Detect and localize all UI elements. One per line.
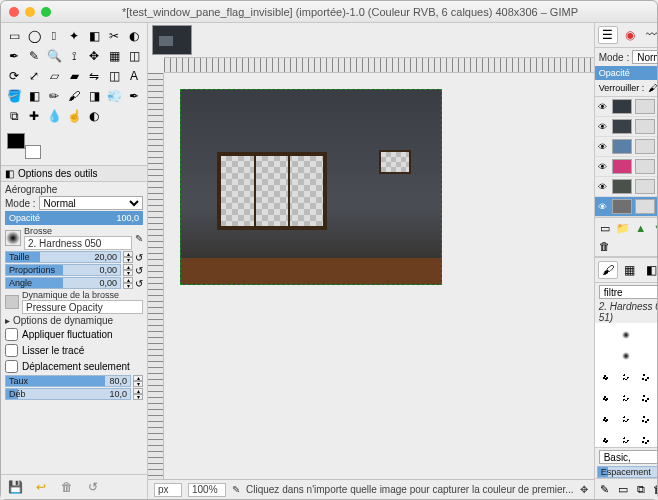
layer-opacity-slider[interactable]: Opacité 100,0	[595, 66, 657, 80]
gradients-tab-icon[interactable]: ◧	[642, 261, 657, 279]
motion-only-checkbox[interactable]: Déplacement seulement	[5, 359, 143, 374]
cage-icon[interactable]: ◫	[105, 67, 123, 85]
brush-preset-select[interactable]: Basic,	[599, 450, 657, 464]
fg-bg-colors[interactable]	[5, 131, 45, 161]
brush-swatch[interactable]	[597, 346, 616, 366]
crop-icon[interactable]: ◫	[125, 47, 143, 65]
rate-stepper[interactable]: ▴▾	[133, 375, 143, 387]
canvas-viewport[interactable]	[164, 73, 594, 479]
minimize-icon[interactable]	[25, 7, 35, 17]
dynamics-field[interactable]: Pressure Opacity	[22, 300, 143, 314]
brush-swatch[interactable]	[637, 388, 656, 408]
layer-row[interactable]: 👁 OBJECT	[595, 157, 657, 177]
size-slider[interactable]: Taille 20,00	[5, 251, 121, 263]
brushes-tab-icon[interactable]: 🖌	[598, 261, 618, 279]
reset-options-icon[interactable]: ↺	[85, 479, 101, 495]
reset-aspect-icon[interactable]: ↺	[135, 265, 143, 276]
jitter-checkbox[interactable]: Appliquer fluctuation	[5, 327, 143, 342]
lower-layer-icon[interactable]: ▼	[652, 221, 657, 235]
eye-icon[interactable]: 👁	[597, 202, 609, 212]
brush-name-field[interactable]: 2. Hardness 050	[24, 236, 132, 250]
duplicate-brush-icon[interactable]: ⧉	[634, 482, 648, 496]
eye-icon[interactable]: 👁	[597, 122, 609, 132]
eye-icon[interactable]: 👁	[597, 142, 609, 152]
brush-swatch[interactable]	[597, 325, 616, 345]
brush-swatch[interactable]	[637, 346, 656, 366]
new-brush-icon[interactable]: ▭	[616, 482, 630, 496]
pencil-icon[interactable]: ✏	[45, 87, 63, 105]
shear-icon[interactable]: ▱	[45, 67, 63, 85]
layer-row[interactable]: 👁 ZBUFFER	[595, 197, 657, 217]
reset-angle-icon[interactable]: ↺	[135, 278, 143, 289]
blend-icon[interactable]: ◧	[25, 87, 43, 105]
rate-slider[interactable]: Taux 80,0	[5, 375, 131, 387]
save-options-icon[interactable]: 💾	[7, 479, 23, 495]
brush-swatch[interactable]	[617, 430, 636, 447]
raise-layer-icon[interactable]: ▲	[634, 221, 648, 235]
measure-icon[interactable]: ⟟	[65, 47, 83, 65]
layers-tab-icon[interactable]: ☰	[598, 26, 618, 44]
new-group-icon[interactable]: 📁	[616, 221, 630, 235]
brush-swatch[interactable]	[637, 367, 656, 387]
lock-pixels-icon[interactable]: 🖌	[648, 83, 657, 93]
eye-icon[interactable]: 👁	[597, 162, 609, 172]
delete-options-icon[interactable]: 🗑	[59, 479, 75, 495]
bg-color-swatch[interactable]	[25, 145, 41, 159]
flow-stepper[interactable]: ▴▾	[133, 388, 143, 400]
by-color-icon[interactable]: ◧	[85, 27, 103, 45]
eye-icon[interactable]: 👁	[597, 102, 609, 112]
navigation-icon[interactable]: ✥	[580, 484, 588, 495]
eraser-icon[interactable]: ◨	[85, 87, 103, 105]
smooth-checkbox[interactable]: Lisser le tracé	[5, 343, 143, 358]
foreground-select-icon[interactable]: ◐	[125, 27, 143, 45]
scissors-icon[interactable]: ✂	[105, 27, 123, 45]
rect-select-icon[interactable]: ▭	[5, 27, 23, 45]
ink-icon[interactable]: ✒	[125, 87, 143, 105]
rotate-icon[interactable]: ⟳	[5, 67, 23, 85]
flow-slider[interactable]: Déb 10,0	[5, 388, 131, 400]
brush-swatch[interactable]	[597, 430, 616, 447]
config-icon[interactable]: ◧	[5, 168, 14, 179]
image-canvas[interactable]	[180, 89, 442, 285]
aspect-stepper[interactable]: ▴▾	[123, 264, 133, 276]
close-icon[interactable]	[9, 7, 19, 17]
text-icon[interactable]: A	[125, 67, 143, 85]
paths-icon[interactable]: ✒	[5, 47, 23, 65]
flip-icon[interactable]: ⇋	[85, 67, 103, 85]
maximize-icon[interactable]	[41, 7, 51, 17]
brush-swatch[interactable]	[637, 430, 656, 447]
fg-color-swatch[interactable]	[7, 133, 25, 149]
delete-brush-icon[interactable]: 🗑	[652, 482, 657, 496]
brush-swatch[interactable]	[617, 409, 636, 429]
edit-brush-icon[interactable]: ✎	[598, 482, 612, 496]
ruler-horizontal[interactable]	[164, 57, 594, 73]
new-layer-icon[interactable]: ▭	[598, 221, 612, 235]
bucket-icon[interactable]: 🪣	[5, 87, 23, 105]
brush-swatch[interactable]	[617, 367, 636, 387]
brush-swatch[interactable]	[637, 409, 656, 429]
reset-size-icon[interactable]: ↺	[135, 252, 143, 263]
free-select-icon[interactable]: 𓏲	[45, 27, 63, 45]
aspect-slider[interactable]: Proportions 0,00	[5, 264, 121, 276]
perspective-icon[interactable]: ▰	[65, 67, 83, 85]
dynamics-options-expander[interactable]: ▸ Options de dynamique	[5, 315, 143, 326]
dynamics-icon[interactable]	[5, 295, 19, 309]
fuzzy-select-icon[interactable]: ✦	[65, 27, 83, 45]
brush-grid[interactable]	[595, 323, 657, 447]
ellipse-select-icon[interactable]: ◯	[25, 27, 43, 45]
align-icon[interactable]: ▦	[105, 47, 123, 65]
restore-options-icon[interactable]: ↩	[33, 479, 49, 495]
layer-row[interactable]: 👁 ALL	[595, 97, 657, 117]
layer-row[interactable]: 👁 COLOR	[595, 117, 657, 137]
brush-swatch[interactable]	[637, 325, 656, 345]
ruler-vertical[interactable]	[148, 73, 164, 479]
brush-swatch[interactable]	[617, 346, 636, 366]
patterns-tab-icon[interactable]: ▦	[620, 261, 640, 279]
spacing-slider[interactable]: Espacement 10,0	[597, 466, 657, 478]
layer-mode-select[interactable]: Normal	[632, 50, 657, 64]
brush-icon[interactable]: 🖌	[65, 87, 83, 105]
scale-icon[interactable]: ⤢	[25, 67, 43, 85]
zoom-icon[interactable]: 🔍	[45, 47, 63, 65]
paths-tab-icon[interactable]: 〰	[642, 26, 657, 44]
opacity-slider[interactable]: Opacité 100,0	[5, 211, 143, 225]
